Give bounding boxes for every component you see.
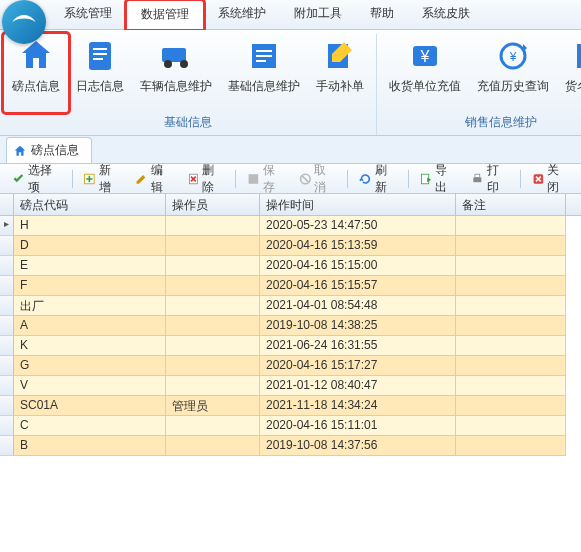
grid-header: 磅点代码 操作员 操作时间 备注 bbox=[0, 194, 581, 216]
goods-maint-icon bbox=[571, 38, 581, 74]
cell-note bbox=[456, 396, 566, 416]
vehicle-info-button[interactable]: 车辆信息维护 bbox=[132, 34, 220, 112]
refresh-button[interactable]: 刷新 bbox=[353, 159, 403, 199]
basic-info-button[interactable]: 基础信息维护 bbox=[220, 34, 308, 112]
table-row[interactable]: A2019-10-08 14:38:25 bbox=[0, 316, 581, 336]
cell-code: D bbox=[14, 236, 166, 256]
svg-text:¥: ¥ bbox=[420, 48, 430, 65]
cell-operator bbox=[166, 356, 260, 376]
recharge-history-button[interactable]: ¥充值历史查询 bbox=[469, 34, 557, 112]
vehicle-info-icon bbox=[158, 38, 194, 74]
table-row[interactable]: D2020-04-16 15:13:59 bbox=[0, 236, 581, 256]
col-note[interactable]: 备注 bbox=[456, 194, 566, 215]
print-icon bbox=[471, 172, 484, 186]
col-code[interactable]: 磅点代码 bbox=[14, 194, 166, 215]
svg-rect-8 bbox=[256, 50, 272, 52]
cell-note bbox=[456, 376, 566, 396]
menu-5[interactable]: 系统皮肤 bbox=[408, 0, 484, 29]
export-button[interactable]: 导出 bbox=[414, 159, 464, 199]
cell-time: 2021-01-12 08:40:47 bbox=[260, 376, 456, 396]
table-row[interactable]: F2020-04-16 15:15:57 bbox=[0, 276, 581, 296]
check-icon bbox=[12, 172, 25, 186]
cell-operator bbox=[166, 316, 260, 336]
edit-button[interactable]: 编辑 bbox=[129, 159, 179, 199]
cell-note bbox=[456, 416, 566, 436]
table-row[interactable]: SC01A管理员2021-11-18 14:34:24 bbox=[0, 396, 581, 416]
table-row[interactable]: B2019-10-08 14:37:56 bbox=[0, 436, 581, 456]
close-button[interactable]: 关闭 bbox=[526, 159, 576, 199]
station-info-button[interactable]: 磅点信息 bbox=[4, 34, 68, 112]
cell-operator bbox=[166, 376, 260, 396]
menu-4[interactable]: 帮助 bbox=[356, 0, 408, 29]
cell-note bbox=[456, 296, 566, 316]
save-icon bbox=[247, 172, 260, 186]
cell-code: SC01A bbox=[14, 396, 166, 416]
goods-maint-button[interactable]: 货名维护 bbox=[557, 34, 581, 112]
svg-point-6 bbox=[180, 60, 188, 68]
tab-label: 磅点信息 bbox=[31, 142, 79, 159]
manual-order-icon bbox=[322, 38, 358, 74]
cell-note bbox=[456, 276, 566, 296]
grid-body[interactable]: ▸H2020-05-23 14:47:50D2020-04-16 15:13:5… bbox=[0, 216, 581, 552]
menu-1[interactable]: 数据管理 bbox=[126, 0, 204, 30]
basic-info-icon bbox=[246, 38, 282, 74]
cell-operator bbox=[166, 216, 260, 236]
ribbon: 磅点信息日志信息车辆信息维护基础信息维护手动补单基础信息¥收货单位充值¥充值历史… bbox=[0, 30, 581, 136]
cancel-icon bbox=[299, 172, 312, 186]
cell-note bbox=[456, 336, 566, 356]
cell-time: 2021-04-01 08:54:48 bbox=[260, 296, 456, 316]
cell-code: B bbox=[14, 436, 166, 456]
log-info-button[interactable]: 日志信息 bbox=[68, 34, 132, 112]
table-row[interactable]: E2020-04-16 15:15:00 bbox=[0, 256, 581, 276]
cell-code: H bbox=[14, 216, 166, 236]
cell-time: 2020-04-16 15:17:27 bbox=[260, 356, 456, 376]
cancel-button[interactable]: 取消 bbox=[293, 159, 343, 199]
cell-note bbox=[456, 436, 566, 456]
svg-rect-10 bbox=[256, 60, 266, 62]
cell-time: 2019-10-08 14:38:25 bbox=[260, 316, 456, 336]
table-row[interactable]: V2021-01-12 08:40:47 bbox=[0, 376, 581, 396]
cell-operator bbox=[166, 336, 260, 356]
app-logo bbox=[2, 0, 46, 44]
cell-time: 2020-04-16 15:15:00 bbox=[260, 256, 456, 276]
manual-order-button[interactable]: 手动补单 bbox=[308, 34, 372, 112]
svg-rect-22 bbox=[249, 174, 259, 184]
plus-icon bbox=[83, 172, 96, 186]
menu-0[interactable]: 系统管理 bbox=[50, 0, 126, 29]
export-icon bbox=[420, 172, 433, 186]
cell-time: 2020-05-23 14:47:50 bbox=[260, 216, 456, 236]
add-button[interactable]: 新增 bbox=[77, 159, 127, 199]
table-row[interactable]: C2020-04-16 15:11:01 bbox=[0, 416, 581, 436]
svg-rect-1 bbox=[93, 48, 107, 50]
table-row[interactable]: G2020-04-16 15:17:27 bbox=[0, 356, 581, 376]
print-button[interactable]: 打印 bbox=[465, 159, 515, 199]
col-time[interactable]: 操作时间 bbox=[260, 194, 456, 215]
svg-point-5 bbox=[164, 60, 172, 68]
cell-note bbox=[456, 236, 566, 256]
col-operator[interactable]: 操作员 bbox=[166, 194, 260, 215]
menu-2[interactable]: 系统维护 bbox=[204, 0, 280, 29]
svg-rect-4 bbox=[162, 48, 186, 62]
cell-operator bbox=[166, 276, 260, 296]
cell-code: C bbox=[14, 416, 166, 436]
select-button[interactable]: 选择项 bbox=[6, 159, 67, 199]
data-grid: 磅点代码 操作员 操作时间 备注 ▸H2020-05-23 14:47:50D2… bbox=[0, 194, 581, 552]
cell-code: 出厂 bbox=[14, 296, 166, 316]
close-icon bbox=[532, 172, 545, 186]
cell-operator: 管理员 bbox=[166, 396, 260, 416]
recharge-history-icon: ¥ bbox=[495, 38, 531, 74]
table-row[interactable]: ▸H2020-05-23 14:47:50 bbox=[0, 216, 581, 236]
table-row[interactable]: 出厂2021-04-01 08:54:48 bbox=[0, 296, 581, 316]
cell-note bbox=[456, 216, 566, 236]
cell-code: K bbox=[14, 336, 166, 356]
recharge-button[interactable]: ¥收货单位充值 bbox=[381, 34, 469, 112]
save-button[interactable]: 保存 bbox=[241, 159, 291, 199]
cell-time: 2020-04-16 15:13:59 bbox=[260, 236, 456, 256]
cell-time: 2020-04-16 15:15:57 bbox=[260, 276, 456, 296]
cell-note bbox=[456, 316, 566, 336]
menu-3[interactable]: 附加工具 bbox=[280, 0, 356, 29]
delete-button[interactable]: 删除 bbox=[181, 159, 231, 199]
svg-rect-16 bbox=[577, 44, 581, 68]
table-row[interactable]: K2021-06-24 16:31:55 bbox=[0, 336, 581, 356]
ribbon-group-1: ¥收货单位充值¥充值历史查询货名维护销售信息维护 bbox=[377, 34, 581, 135]
